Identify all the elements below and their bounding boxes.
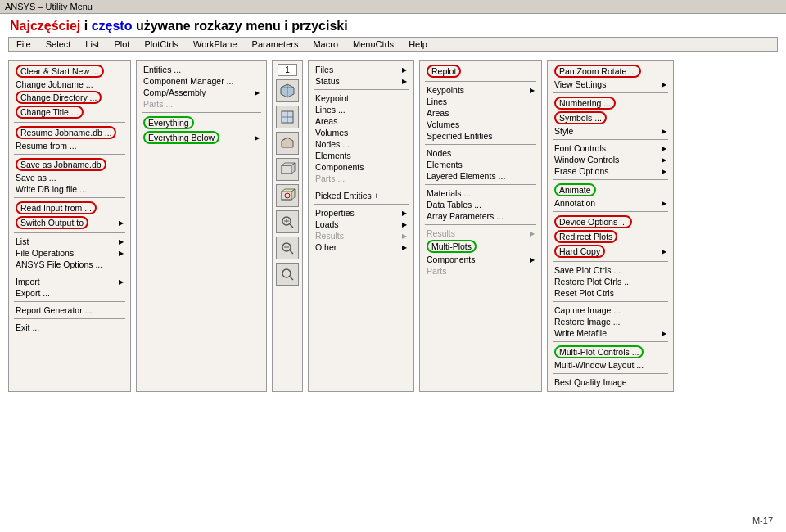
menu-item-elements[interactable]: Elements (425, 159, 536, 170)
menu-item-write-metafile[interactable]: Write Metafile▶ (553, 327, 668, 339)
menu-item-replot[interactable]: Replot (425, 64, 536, 79)
menu-bar-item-help[interactable]: Help (406, 38, 430, 50)
menu-item-change-directory-[interactable]: Change Directory ... (14, 90, 125, 105)
menu-item-multi-window-layout-[interactable]: Multi-Window Layout ... (553, 359, 668, 371)
menu-bar-item-workplane[interactable]: WorkPlane (191, 38, 240, 50)
menu-item-array-parameters-[interactable]: Array Parameters ... (425, 210, 536, 222)
menu-item-reset-plot-ctrls[interactable]: Reset Plot Ctrls (553, 287, 668, 299)
menu-item-label: Results (427, 228, 455, 238)
toolbar-btn-zoomin[interactable] (276, 237, 299, 259)
menu-bar-item-macro[interactable]: Macro (310, 38, 341, 50)
toolbar-btn-5[interactable] (276, 184, 299, 207)
menu-item-data-tables-[interactable]: Data Tables ... (425, 199, 536, 210)
menu-item-loads[interactable]: Loads▶ (314, 219, 409, 230)
menu-item-components[interactable]: Components▶ (425, 254, 536, 265)
menu-item-exit-[interactable]: Exit ... (14, 322, 125, 333)
toolbar-num: 1 (278, 64, 297, 76)
menu-item-component-manager-[interactable]: Component Manager ... (142, 75, 261, 87)
menu-item-lines-[interactable]: Lines ... (314, 104, 409, 115)
menu-item-view-settings[interactable]: View Settings▶ (553, 79, 668, 90)
menu-item-volumes[interactable]: Volumes (314, 127, 409, 138)
menu-item-keypoints[interactable]: Keypoints▶ (425, 84, 536, 96)
menu-item-picked-entities-[interactable]: Picked Entities + (314, 190, 409, 201)
menu-item-best-quality-image[interactable]: Best Quality Image (553, 376, 668, 388)
menu-item-layered-elements-[interactable]: Layered Elements ... (425, 170, 536, 182)
menu-item-pan-zoom-rotate-[interactable]: Pan Zoom Rotate ... (553, 64, 668, 79)
menu-item-annotation[interactable]: Annotation▶ (553, 197, 668, 209)
menu-item-resume-jobname-db-[interactable]: Resume Jobname.db ... (14, 125, 125, 140)
menu-item-areas[interactable]: Areas (314, 115, 409, 127)
toolbar-btn-1[interactable] (276, 79, 299, 102)
menu-item-import[interactable]: Import▶ (14, 276, 125, 287)
menu-item-parts[interactable]: Parts (425, 265, 536, 277)
menu-item-save-as-jobname-db[interactable]: Save as Jobname.db (14, 157, 125, 172)
menu-item-results[interactable]: Results▶ (425, 228, 536, 239)
menu-item-results[interactable]: Results▶ (314, 230, 409, 241)
submenu-arrow: ▶ (662, 200, 666, 207)
menu-bar-item-list[interactable]: List (83, 38, 102, 50)
menu-bar-item-menuctrls[interactable]: MenuCtrls (350, 38, 396, 50)
menu-item-multi-plots[interactable]: Multi-Plots (425, 239, 536, 254)
menu-item-areas[interactable]: Areas (425, 107, 536, 119)
menu-item-files[interactable]: Files▶ (314, 64, 409, 75)
menu-item-animate[interactable]: Animate (553, 183, 668, 197)
menu-item-style[interactable]: Style▶ (553, 125, 668, 137)
menu-item-keypoint[interactable]: Keypoint (314, 92, 409, 104)
menu-item-hard-copy[interactable]: Hard Copy▶ (553, 244, 668, 259)
menu-item-elements[interactable]: Elements (314, 150, 409, 161)
menu-item-parts-[interactable]: Parts ... (142, 98, 261, 110)
menu-item-list[interactable]: List▶ (14, 236, 125, 247)
menu-item-save-as-[interactable]: Save as ... (14, 172, 125, 183)
menu-item-erase-options[interactable]: Erase Options▶ (553, 165, 668, 177)
toolbar-btn-2[interactable] (276, 106, 299, 128)
menu-item-ansys-file-options-[interactable]: ANSYS File Options ... (14, 259, 125, 270)
menu-item-numbering-[interactable]: Numbering ... (553, 96, 668, 110)
menu-item-report-generator-[interactable]: Report Generator ... (14, 304, 125, 316)
toolbar-btn-3[interactable] (276, 132, 299, 155)
menu-item-nodes-[interactable]: Nodes ... (314, 138, 409, 150)
menu-item-materials-[interactable]: Materials ... (425, 187, 536, 199)
menu-item-everything-below[interactable]: Everything Below▶ (142, 130, 261, 145)
menu-item-restore-image-[interactable]: Restore Image ... (553, 316, 668, 327)
menu-item-switch-output-to[interactable]: Switch Output to▶ (14, 215, 125, 230)
toolbar-btn-magnify[interactable] (276, 210, 299, 233)
menu-item-read-input-from-[interactable]: Read Input from ... (14, 201, 125, 215)
menu-bar-item-select[interactable]: Select (43, 38, 74, 50)
menu-item-parts-[interactable]: Parts ... (314, 173, 409, 184)
menu-item-everything[interactable]: Everything (142, 115, 261, 130)
menu-item-change-title-[interactable]: Change Title ... (14, 105, 125, 119)
toolbar-btn-zoomout[interactable] (276, 263, 299, 286)
submenu-arrow: ▶ (402, 210, 407, 217)
menu-item-clear-start-new-[interactable]: Clear & Start New ... (14, 64, 125, 79)
menu-item-write-db-log-file-[interactable]: Write DB log file ... (14, 183, 125, 195)
menu-item-font-controls[interactable]: Font Controls▶ (553, 142, 668, 154)
menu-item-nodes[interactable]: Nodes (425, 147, 536, 159)
menu-bar-item-file[interactable]: File (14, 38, 34, 50)
menu-item-symbols-[interactable]: Symbols ... (553, 110, 668, 125)
menu-item-window-controls[interactable]: Window Controls▶ (553, 154, 668, 165)
menu-item-redirect-plots[interactable]: Redirect Plots (553, 229, 668, 244)
menu-item-status[interactable]: Status▶ (314, 75, 409, 87)
toolbar-btn-4[interactable] (276, 158, 299, 181)
menu-item-specified-entities[interactable]: Specified Entities (425, 130, 536, 142)
menu-bar-item-parameters[interactable]: Parameters (250, 38, 301, 50)
app-title: ANSYS – Utility Menu (5, 2, 93, 11)
menu-item-entities-[interactable]: Entities ... (142, 64, 261, 75)
menu-bar-item-plot[interactable]: Plot (111, 38, 132, 50)
menu-item-components[interactable]: Components (314, 161, 409, 173)
menu-item-resume-from-[interactable]: Resume from ... (14, 140, 125, 151)
menu-item-lines[interactable]: Lines (425, 96, 536, 107)
menu-item-file-operations[interactable]: File Operations▶ (14, 247, 125, 259)
menu-item-comp-assembly[interactable]: Comp/Assembly▶ (142, 87, 261, 98)
menu-item-volumes[interactable]: Volumes (425, 119, 536, 130)
menu-item-change-jobname-[interactable]: Change Jobname ... (14, 79, 125, 90)
menu-item-save-plot-ctrls-[interactable]: Save Plot Ctrls ... (553, 264, 668, 276)
menu-item-properties[interactable]: Properties▶ (314, 207, 409, 219)
menu-item-other[interactable]: Other▶ (314, 241, 409, 253)
menu-item-capture-image-[interactable]: Capture Image ... (553, 304, 668, 316)
menu-item-restore-plot-ctrls-[interactable]: Restore Plot Ctrls ... (553, 276, 668, 287)
menu-item-export-[interactable]: Export ... (14, 287, 125, 299)
menu-bar-item-plotctrls[interactable]: PlotCtrls (142, 38, 181, 50)
menu-item-multi-plot-controls-[interactable]: Multi-Plot Controls ... (553, 345, 668, 359)
menu-item-device-options-[interactable]: Device Options ... (553, 214, 668, 229)
